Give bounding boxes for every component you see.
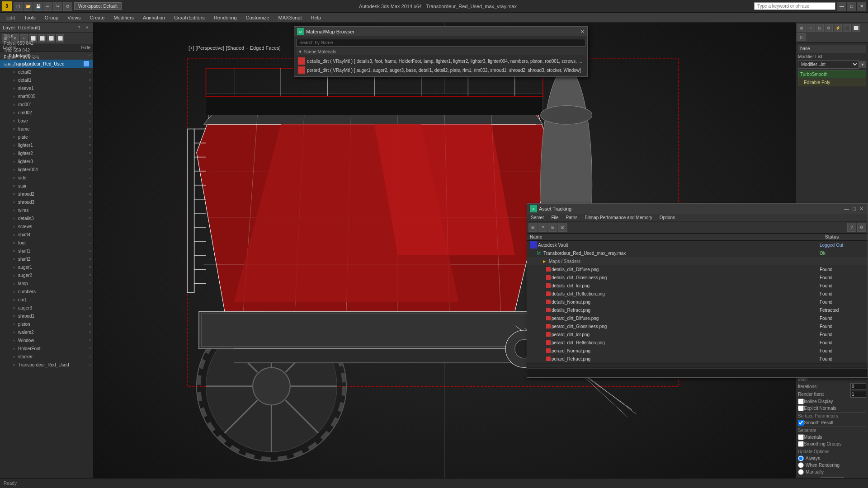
close-btn[interactable]: ✕ [857,2,866,11]
modifier-dropdown-arrow[interactable]: ▼ [859,61,866,68]
mat-row-details-dirt[interactable]: details_dirt ( VRayMtl ) [ details3, foo… [296,56,585,66]
modifier-search[interactable] [798,45,866,52]
rp-icon-2[interactable]: ○ [807,24,815,32]
at-menu-file[interactable]: File [547,214,562,221]
layer-item-rod001[interactable]: ○ rod001 ≡ [0,100,93,108]
at-row-perard-reflection[interactable]: perard_dirt_Reflection.png Found [527,338,868,347]
layer-item-detail1[interactable]: ○ detail1 ≡ [0,76,93,84]
rp-icon-3[interactable]: ⊡ [816,24,824,32]
layer-list[interactable]: ▼ 0 (default) ✓ ▶ Transbordeur_Red_Used … [0,52,93,483]
layer-item-frame[interactable]: ○ frame ≡ [0,125,93,133]
menu-views[interactable]: Views [63,14,85,21]
menu-create[interactable]: Create [85,14,109,21]
rp-icon-7[interactable]: ⬜ [852,24,860,32]
layer-item-auger1[interactable]: ○ auger1 ≡ [0,263,93,271]
at-menu-paths[interactable]: Paths [562,214,581,221]
layer-item-walers2[interactable]: ○ walers2 ≡ [0,328,93,336]
layer-item-holderfoor[interactable]: ○ HolderFoot ≡ [0,344,93,352]
at-row-details-glossiness[interactable]: details_dirt_Glossiness.png Found [527,273,868,282]
layer-item-lamp[interactable]: ○ lamp ≡ [0,279,93,287]
layer-item-numbers[interactable]: ○ numbers ≡ [0,287,93,296]
at-row-vault[interactable]: Autodesk Vault Logged Out [527,241,868,249]
at-scrollbar-h[interactable] [527,363,868,368]
layer-item-shaft4[interactable]: ○ shaft4 ≡ [0,230,93,239]
menu-maxscript[interactable]: MAXScript [274,14,307,21]
layer-item-window[interactable]: ○ Window ≡ [0,336,93,344]
menu-edit[interactable]: Edit [2,14,19,21]
layer-item-stocker[interactable]: ○ stocker ≡ [0,352,93,361]
menu-group[interactable]: Group [40,14,63,21]
asset-tracking-table-body[interactable]: Autodesk Vault Logged Out M Transbordeur… [527,241,868,363]
layer-item-side[interactable]: ○ side ≡ [0,174,93,182]
at-tool-4[interactable]: ⊠ [558,223,567,232]
save-btn[interactable]: 💾 [33,2,42,11]
layer-item-plate[interactable]: ○ plate ≡ [0,133,93,141]
menu-animation[interactable]: Animation [138,14,170,21]
at-menu-options[interactable]: Options [656,214,679,221]
layer-tool-6[interactable]: ⬜ [47,34,55,42]
at-row-perard-normal[interactable]: perard_Normal.png Found [527,347,868,355]
keyword-search[interactable] [754,2,835,10]
layer-item-shaft2[interactable]: ○ shaft2 ≡ [0,255,93,263]
at-row-details-normal[interactable]: details_Normal.png Found [527,298,868,306]
layer-item-stair[interactable]: ○ stair ≡ [0,182,93,190]
at-maximize-btn[interactable]: □ [851,206,857,212]
at-row-details-lor[interactable]: details_dirt_lor.png Found [527,282,868,290]
at-tool-3[interactable]: ⊟ [548,223,557,232]
layer-item-lighter2[interactable]: ○ lighter2 ≡ [0,149,93,157]
layer-item-screws[interactable]: ○ screws ≡ [0,222,93,230]
at-tool-2[interactable]: ≡ [538,223,547,232]
ts-iterations-input[interactable] [850,383,866,390]
layer-item-lighter1[interactable]: ○ lighter1 ≡ [0,141,93,149]
rp-icon-5[interactable]: ⚡ [834,24,842,32]
at-row-details-refract[interactable]: details_Refract.png Fetracted [527,306,868,314]
layer-item-base[interactable]: ○ base ≡ [0,117,93,125]
layer-item-shaft1[interactable]: ○ shaft1 ≡ [0,247,93,255]
menu-graph-editors[interactable]: Graph Editors [170,14,209,21]
at-tool-1[interactable]: ⊞ [528,223,538,232]
at-help-btn[interactable]: ? [847,223,856,232]
layer-item-shroud3[interactable]: ○ shroud3 ≡ [0,198,93,206]
maximize-btn[interactable]: □ [847,2,856,11]
layer-item-detail2[interactable]: ○ detail2 ≡ [0,68,93,76]
menu-customize[interactable]: Customize [241,14,274,21]
modifier-editable-poly[interactable]: Editable Poly [798,79,866,86]
menu-help[interactable]: Help [307,14,326,21]
layer-tool-5[interactable]: ⬜ [38,34,46,42]
layer-item-rim1[interactable]: ○ rim1 ≡ [0,296,93,304]
at-menu-server[interactable]: Server [527,214,547,221]
at-row-maps-folder[interactable]: ▶ Maps / Shaders [527,257,868,265]
minimize-btn[interactable]: — [837,2,846,11]
ts-manually-radio[interactable] [798,469,804,475]
menu-rendering[interactable]: Rendering [209,14,241,21]
material-browser-close[interactable]: ✕ [580,28,585,35]
layer-close-btn[interactable]: ✕ [84,24,90,31]
layer-help-btn[interactable]: ? [76,24,82,31]
layer-item-transbordeur2[interactable]: ○ Transbordeur_Red_Used ≡ [0,361,93,369]
at-row-perard-refract[interactable]: perard_Refract.png Found [527,355,868,363]
layer-item-wires[interactable]: ○ wires ≡ [0,206,93,214]
workspace-selector[interactable]: Workspace: Default [74,2,122,10]
layer-item-shroud1[interactable]: ○ shroud1 ≡ [0,312,93,320]
rp-icon-8[interactable]: ▷ [797,33,806,41]
at-row-perard-glossiness[interactable]: perard_dirt_Glossiness.png Found [527,322,868,330]
layer-item-lighter3[interactable]: ○ lighter3 ≡ [0,157,93,165]
layer-item-shroud2[interactable]: ○ shroud2 ≡ [0,190,93,198]
menu-modifiers[interactable]: Modifiers [109,14,138,21]
mat-row-perard-dirt[interactable]: perard_dirt ( VRayMtl ) [ auger1, auger2… [296,66,585,75]
at-row-details-diffuse[interactable]: details_dirt_Diffuse.png Found [527,265,868,273]
at-settings-btn[interactable]: ⚙ [857,223,866,232]
ts-always-radio[interactable] [798,455,804,461]
ts-render-iters-input[interactable] [850,391,866,398]
at-row-perard-diffuse[interactable]: perard_dirt_Diffuse.png Found [527,314,868,322]
render-btn[interactable]: ⚙ [63,2,72,11]
new-btn[interactable]: ▢ [14,2,23,11]
layer-item-sleeve1[interactable]: ○ sleeve1 ≡ [0,84,93,92]
at-menu-bitmap[interactable]: Bitmap Performance and Memory [581,214,656,221]
ts-smoothing-groups-check[interactable] [798,441,804,447]
open-btn[interactable]: 📂 [24,2,33,11]
undo-btn[interactable]: ↩ [43,2,52,11]
menu-tools[interactable]: Tools [19,14,40,21]
ts-isoline-check[interactable] [798,399,804,404]
redo-btn[interactable]: ↪ [53,2,62,11]
